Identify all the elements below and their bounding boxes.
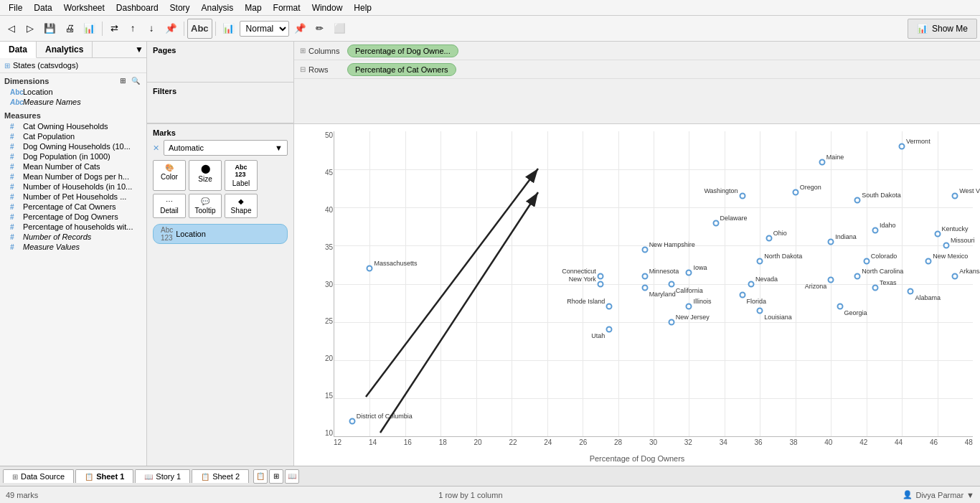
dimensions-grid-icon[interactable]: ⊞ xyxy=(118,76,128,85)
field-percentage-of-dog-owners[interactable]: #Percentage of Dog Owners xyxy=(0,212,146,222)
menu-data[interactable]: Data xyxy=(28,1,57,14)
toolbar-abc[interactable]: Abc xyxy=(187,19,212,39)
menu-story[interactable]: Story xyxy=(164,1,196,14)
field-percentage-of-households-wit..[interactable]: #Percentage of households wit... xyxy=(0,222,146,232)
field-number-of-records[interactable]: #Number of Records xyxy=(0,232,146,242)
toolbar-pin[interactable]: 📌 xyxy=(161,19,181,39)
data-point[interactable] xyxy=(349,418,355,424)
data-point[interactable] xyxy=(828,239,834,245)
data-point[interactable] xyxy=(668,281,674,287)
field-location[interactable]: Abc Location xyxy=(0,87,146,97)
data-point[interactable] xyxy=(854,197,861,203)
toolbar-redo[interactable]: ▷ xyxy=(22,19,39,39)
columns-pill[interactable]: Percentage of Dog Owne... xyxy=(347,44,458,57)
mark-btn-shape[interactable]: ◆ Shape xyxy=(225,194,258,218)
data-point[interactable] xyxy=(739,193,745,199)
mark-btn-tooltip[interactable]: 💬 Tooltip xyxy=(189,194,222,218)
tab-data-source[interactable]: ⊞ Data Source xyxy=(3,469,74,483)
data-point[interactable] xyxy=(668,319,674,325)
toolbar-chart-type[interactable]: 📊 xyxy=(219,19,238,39)
data-point[interactable] xyxy=(739,292,745,298)
field-mean-number-of-cats[interactable]: #Mean Number of Cats xyxy=(0,161,146,171)
menu-file[interactable]: File xyxy=(3,1,28,14)
toolbar-undo[interactable]: ◁ xyxy=(3,19,20,39)
data-point[interactable] xyxy=(854,273,861,279)
data-point[interactable] xyxy=(757,258,763,264)
data-point[interactable] xyxy=(686,269,692,276)
menu-window[interactable]: Window xyxy=(306,1,349,14)
new-worksheet-btn[interactable]: 📋 xyxy=(253,469,268,484)
data-point[interactable] xyxy=(863,258,870,264)
new-dashboard-btn[interactable]: ⊞ xyxy=(269,469,283,484)
new-story-btn[interactable]: 📖 xyxy=(285,469,299,484)
field-dog-owning-households-(10...[interactable]: #Dog Owning Households (10... xyxy=(0,141,146,151)
tab-data[interactable]: Data xyxy=(0,42,37,58)
tab-analytics[interactable]: Analytics xyxy=(37,42,93,57)
toolbar-sort-desc[interactable]: ↓ xyxy=(143,19,160,39)
data-point[interactable] xyxy=(597,281,603,287)
data-point[interactable] xyxy=(641,246,648,253)
data-point[interactable] xyxy=(828,277,834,283)
toolbar-save[interactable]: 💾 xyxy=(40,19,60,39)
mark-btn-color[interactable]: 🎨 Color xyxy=(153,160,186,191)
toolbar-pin2[interactable]: 📌 xyxy=(291,19,310,39)
field-number-of-pet-households-...[interactable]: #Number of Pet Households ... xyxy=(0,192,146,202)
data-point[interactable] xyxy=(952,273,958,279)
field-mean-number-of-dogs-per-h...[interactable]: #Mean Number of Dogs per h... xyxy=(0,171,146,182)
rows-pill[interactable]: Percentage of Cat Owners xyxy=(347,63,456,76)
data-point[interactable] xyxy=(641,284,648,291)
mark-btn-size[interactable]: ⬤ Size xyxy=(189,160,222,191)
field-measure-values[interactable]: #Measure Values xyxy=(0,242,146,252)
mark-btn-label[interactable]: Abc123 Label xyxy=(225,160,258,191)
tab-sheet1[interactable]: 📋 Sheet 1 xyxy=(75,469,133,483)
data-point[interactable] xyxy=(712,220,719,226)
data-point[interactable] xyxy=(757,307,763,314)
show-me-button[interactable]: 📊 Show Me xyxy=(908,19,977,39)
toolbar-sort-asc[interactable]: ↑ xyxy=(124,19,141,39)
data-point[interactable] xyxy=(952,193,958,199)
data-point[interactable] xyxy=(819,159,825,165)
tab-sheet2[interactable]: 📋 Sheet 2 xyxy=(192,469,249,483)
panel-arrow[interactable]: ▼ xyxy=(132,42,146,57)
data-point[interactable] xyxy=(872,227,879,234)
menu-map[interactable]: Map xyxy=(239,1,267,14)
data-point[interactable] xyxy=(872,284,879,291)
toolbar-format[interactable]: 📊 xyxy=(80,19,99,39)
marks-type-select[interactable]: Automatic ▼ xyxy=(164,140,288,156)
menu-help[interactable]: Help xyxy=(348,1,377,14)
data-point[interactable] xyxy=(908,288,914,295)
field-measure-names[interactable]: Abc Measure Names xyxy=(0,97,146,107)
data-point[interactable] xyxy=(748,281,754,287)
toolbar-print[interactable]: 🖨 xyxy=(61,19,78,39)
field-cat-owning-households[interactable]: #Cat Owning Households xyxy=(0,121,146,131)
toolbar-mark-type-select[interactable]: Normal xyxy=(240,21,289,37)
data-point[interactable] xyxy=(606,304,613,310)
data-point[interactable] xyxy=(641,273,648,279)
field-dog-population-(in-1000)[interactable]: #Dog Population (in 1000) xyxy=(0,151,146,161)
data-point[interactable] xyxy=(367,265,373,272)
toolbar-pencil[interactable]: ✏ xyxy=(311,19,329,39)
data-point[interactable] xyxy=(597,273,603,279)
data-point[interactable] xyxy=(606,326,613,333)
data-point[interactable] xyxy=(899,144,905,150)
field-percentage-of-cat-owners[interactable]: #Percentage of Cat Owners xyxy=(0,202,146,212)
data-point[interactable] xyxy=(686,304,692,310)
user-dropdown-icon[interactable]: ▼ xyxy=(966,491,974,499)
data-point[interactable] xyxy=(837,304,843,310)
location-pill[interactable]: Abc123 Location xyxy=(153,224,288,244)
pages-shelf[interactable] xyxy=(150,57,291,79)
data-point[interactable] xyxy=(765,235,772,241)
data-point[interactable] xyxy=(792,189,798,196)
menu-dashboard[interactable]: Dashboard xyxy=(110,1,164,14)
field-number-of-households-(in-10...[interactable]: #Number of Households (in 10... xyxy=(0,182,146,192)
data-point[interactable] xyxy=(934,231,941,238)
toolbar-swap[interactable]: ⇄ xyxy=(105,19,123,39)
dimensions-search-icon[interactable]: 🔍 xyxy=(129,76,142,85)
menu-analysis[interactable]: Analysis xyxy=(196,1,240,14)
field-cat-population[interactable]: #Cat Population xyxy=(0,131,146,141)
menu-worksheet[interactable]: Worksheet xyxy=(58,1,110,14)
data-point[interactable] xyxy=(925,258,932,264)
tab-story1[interactable]: 📖 Story 1 xyxy=(135,469,190,483)
mark-btn-detail[interactable]: ⋯ Detail xyxy=(153,194,186,218)
data-point[interactable] xyxy=(943,243,949,249)
